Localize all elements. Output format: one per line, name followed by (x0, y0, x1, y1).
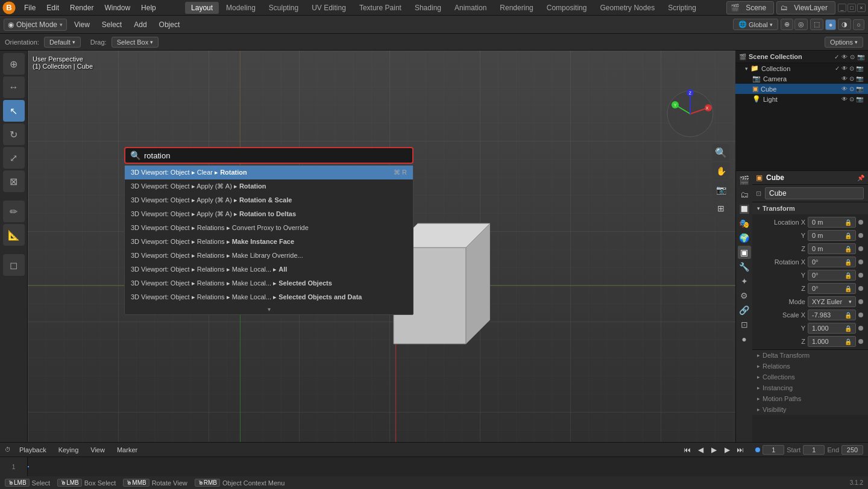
tab-texture-paint[interactable]: Texture Paint (353, 2, 407, 14)
move-tool[interactable]: ↔ (3, 76, 25, 98)
search-result-7[interactable]: 3D Viewport: Object ▸ Relations ▸ Make L… (125, 263, 413, 276)
menu-window[interactable]: Window (99, 2, 135, 13)
search-result-9[interactable]: 3D Viewport: Object ▸ Relations ▸ Make L… (125, 290, 413, 304)
keying-menu[interactable]: Keying (55, 446, 83, 454)
view-menu[interactable]: View (87, 446, 108, 454)
tab-rendering[interactable]: Rendering (494, 2, 539, 14)
menu-file[interactable]: File (19, 2, 40, 13)
navigation-gizmo[interactable]: X Y Z (663, 87, 717, 141)
object-mode-selector[interactable]: ◉ Object Mode ▾ (4, 19, 67, 31)
data-props-icon[interactable]: ⊡ (738, 318, 751, 331)
location-z-value[interactable]: 0 m 🔒 (808, 243, 856, 254)
tab-shading[interactable]: Shading (409, 2, 447, 14)
location-x-value[interactable]: 0 m 🔒 (808, 217, 856, 228)
viewport-3d[interactable]: User Perspective (1) Collection | Cube X… (28, 51, 735, 442)
search-result-6[interactable]: 3D Viewport: Object ▸ Relations ▸ Make L… (125, 249, 413, 263)
relations-section[interactable]: ▸ Relations (752, 361, 868, 372)
transform-tool[interactable]: ⊠ (3, 170, 25, 192)
rotation-z-value[interactable]: 0° 🔒 (808, 283, 856, 294)
tab-geometry-nodes[interactable]: Geometry Nodes (594, 2, 661, 14)
menu-edit[interactable]: Edit (42, 2, 64, 13)
view-layer-selector[interactable]: 🗂 ViewLayer (776, 1, 835, 14)
drag-selector[interactable]: Select Box ▾ (112, 37, 159, 48)
world-props-icon[interactable]: 🌍 (738, 231, 751, 244)
physics-props-icon[interactable]: ⚙ (738, 289, 751, 302)
end-frame-input[interactable] (841, 445, 863, 455)
zoom-in-btn[interactable]: 🔍 (712, 144, 729, 161)
step-fwd-btn[interactable]: ▶ (722, 444, 732, 455)
visibility-section[interactable]: ▸ Visibility (752, 404, 868, 415)
menu-help[interactable]: Help (136, 2, 161, 13)
tab-animation[interactable]: Animation (448, 2, 492, 14)
material-props-icon[interactable]: ● (738, 332, 751, 346)
rotation-x-value[interactable]: 0° 🔒 (808, 257, 856, 267)
annotate-tool[interactable]: ✏ (3, 201, 25, 222)
timeline-bar-area[interactable]: 1 100 120 140 160 180 200 210 220 230 24… (28, 466, 868, 467)
collections-section[interactable]: ▸ Collections (752, 372, 868, 382)
menu-render[interactable]: Render (65, 2, 98, 13)
scale-x-value[interactable]: -7.983 🔒 (808, 310, 856, 320)
tab-uv-editing[interactable]: UV Editing (306, 2, 352, 14)
add-primitive-tool[interactable]: ◻ (3, 254, 25, 276)
view-layer-props-icon[interactable]: 🔲 (738, 202, 751, 216)
toolbar-object[interactable]: Object (154, 19, 185, 30)
tab-sculpting[interactable]: Sculpting (263, 2, 304, 14)
toolbar-add[interactable]: Add (129, 19, 151, 30)
rotation-y-value[interactable]: 0° 🔒 (808, 270, 856, 281)
scene-selector[interactable]: 🎬 Scene (726, 1, 774, 14)
constraints-props-icon[interactable]: 🔗 (738, 304, 751, 317)
material-shading[interactable]: ◑ (838, 19, 851, 30)
scene-props-icon[interactable]: 🎭 (738, 217, 751, 230)
instancing-section[interactable]: ▸ Instancing (752, 382, 868, 393)
transform-section-header[interactable]: ▾ Transform (752, 202, 868, 214)
select-tool[interactable]: ↖ (3, 100, 25, 122)
tab-compositing[interactable]: Compositing (541, 2, 593, 14)
solid-shading[interactable]: ● (825, 19, 837, 30)
outliner-camera[interactable]: 📷 Camera 👁 ⊙ 📷 (735, 73, 868, 84)
output-props-icon[interactable]: 🗂 (738, 188, 751, 201)
toolbar-select[interactable]: Select (97, 19, 127, 30)
search-result-1[interactable]: 3D Viewport: Object ▸ Apply (⌘ A) ▸ Rota… (125, 179, 413, 193)
tab-layout[interactable]: Layout (185, 2, 219, 14)
search-result-5[interactable]: 3D Viewport: Object ▸ Relations ▸ Make I… (125, 235, 413, 249)
measure-tool[interactable]: 📐 (3, 224, 25, 246)
prop-pin-icon[interactable]: 📌 (857, 175, 864, 181)
rotation-mode-value[interactable]: XYZ Euler ▾ (808, 296, 856, 307)
search-result-0[interactable]: 3D Viewport: Object ▸ Clear ▸ Rotation ⌘… (125, 166, 413, 179)
jump-start-btn[interactable]: ⏮ (682, 444, 693, 455)
scale-z-value[interactable]: 1.000 🔒 (808, 336, 856, 347)
orientation-selector[interactable]: Default ▾ (44, 37, 81, 48)
search-result-2[interactable]: 3D Viewport: Object ▸ Apply (⌘ A) ▸ Rota… (125, 193, 413, 207)
delta-transform-section[interactable]: ▸ Delta Transform (752, 350, 868, 361)
tab-scripting[interactable]: Scripting (662, 2, 702, 14)
tab-modeling[interactable]: Modeling (220, 2, 262, 14)
wireframe-shading[interactable]: ⬚ (810, 19, 823, 30)
search-result-3[interactable]: 3D Viewport: Object ▸ Apply (⌘ A) ▸ Rota… (125, 207, 413, 221)
step-back-btn[interactable]: ◀ (695, 444, 706, 455)
timeline-track[interactable]: 1 1 100 120 140 160 180 200 210 220 230 … (0, 457, 868, 476)
particles-props-icon[interactable]: ✦ (738, 275, 751, 288)
outliner-light[interactable]: 💡 Light 👁 ⊙ 📷 (735, 94, 868, 104)
outliner-collection[interactable]: ▾ 📁 Collection ✓ 👁 ⊙ 📷 (735, 63, 868, 73)
maximize-btn[interactable]: □ (848, 4, 856, 12)
toolbar-view[interactable]: View (69, 19, 95, 30)
search-result-4[interactable]: 3D Viewport: Object ▸ Relations ▸ Conver… (125, 221, 413, 235)
modifier-props-icon[interactable]: 🔧 (738, 260, 751, 273)
object-props-icon[interactable]: ▣ (738, 246, 751, 259)
close-btn[interactable]: × (857, 4, 866, 12)
search-input[interactable] (144, 151, 407, 160)
jump-end-btn[interactable]: ⏭ (735, 444, 746, 455)
location-y-value[interactable]: 0 m 🔒 (808, 230, 856, 241)
proportional-edit[interactable]: ◎ (794, 19, 808, 30)
rendered-shading[interactable]: ○ (853, 19, 864, 30)
rotate-tool[interactable]: ↻ (3, 123, 25, 145)
motion-paths-section[interactable]: ▸ Motion Paths (752, 393, 868, 404)
scale-tool[interactable]: ⤢ (3, 147, 25, 169)
current-frame-input[interactable] (763, 445, 784, 455)
scale-y-value[interactable]: 1.000 🔒 (808, 323, 856, 334)
transform-global[interactable]: 🌐 Global ▾ (733, 19, 778, 30)
camera-btn[interactable]: 📷 (712, 181, 729, 198)
cursor-tool[interactable]: ⊕ (3, 53, 25, 75)
start-frame-input[interactable] (803, 445, 825, 455)
playback-menu[interactable]: Playback (16, 446, 50, 454)
